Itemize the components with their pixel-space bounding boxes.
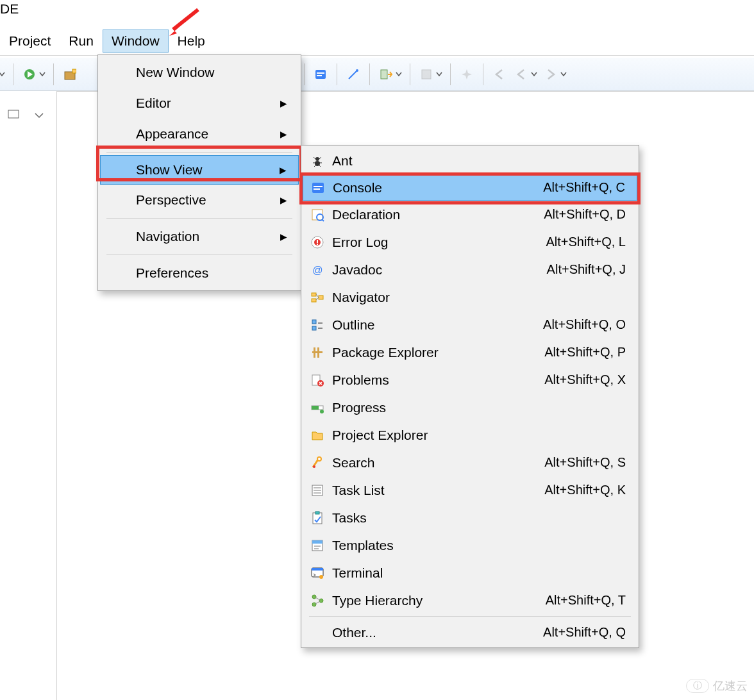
view-menu-chevron-icon[interactable] bbox=[35, 110, 44, 121]
view-palette bbox=[0, 103, 51, 128]
toolbar-dropdown-icon[interactable] bbox=[396, 66, 402, 83]
svg-point-6 bbox=[356, 69, 358, 72]
toolbar-dropdown-icon[interactable] bbox=[436, 66, 442, 83]
show-view-item-progress[interactable]: Progress bbox=[303, 394, 637, 421]
show-view-submenu: AntConsoleAlt+Shift+Q, CDeclarationAlt+S… bbox=[301, 145, 639, 648]
menu-item-shortcut: Alt+Shift+Q, Q bbox=[543, 625, 626, 640]
project-icon bbox=[303, 428, 332, 442]
annotation-arrow bbox=[168, 8, 200, 42]
run-button-icon[interactable] bbox=[21, 66, 38, 83]
svg-rect-41 bbox=[315, 512, 319, 514]
step-icon[interactable] bbox=[378, 66, 394, 83]
menu-window[interactable]: Window bbox=[103, 29, 169, 53]
svg-rect-24 bbox=[319, 296, 323, 299]
watermark: ⓘ 亿速云 bbox=[686, 678, 748, 694]
show-view-item-navigator[interactable]: Navigator bbox=[303, 283, 637, 311]
menu-item-perspective[interactable]: Perspective▸ bbox=[100, 185, 299, 215]
show-view-item-ant[interactable]: Ant bbox=[303, 147, 637, 174]
menu-item-label: Task List bbox=[332, 483, 544, 498]
menu-item-shortcut: Alt+Shift+Q, T bbox=[546, 593, 626, 608]
menu-item-shortcut: Alt+Shift+Q, K bbox=[544, 483, 626, 497]
menu-item-show-view[interactable]: Show View▸ bbox=[100, 155, 299, 185]
svg-rect-3 bbox=[315, 70, 326, 79]
menu-item-editor[interactable]: Editor▸ bbox=[100, 88, 299, 119]
menu-item-appearance[interactable]: Appearance▸ bbox=[100, 119, 299, 149]
menu-item-label: Progress bbox=[332, 400, 626, 415]
menu-item-label: Project Explorer bbox=[332, 428, 626, 443]
menu-item-shortcut: Alt+Shift+Q, P bbox=[544, 345, 626, 360]
show-view-item-javadoc[interactable]: @JavadocAlt+Shift+Q, J bbox=[303, 256, 637, 283]
show-view-item-tasklist[interactable]: Task ListAlt+Shift+Q, K bbox=[303, 476, 637, 504]
toolbar-dropdown-icon[interactable] bbox=[531, 66, 537, 83]
problems-icon bbox=[303, 373, 332, 387]
svg-point-48 bbox=[319, 575, 323, 579]
svg-rect-12 bbox=[312, 183, 324, 193]
svg-rect-47 bbox=[312, 568, 323, 571]
show-view-item-templates[interactable]: Templates bbox=[303, 531, 637, 559]
svg-rect-4 bbox=[317, 72, 324, 74]
svg-rect-20 bbox=[317, 244, 318, 245]
menu-project[interactable]: Project bbox=[0, 29, 60, 53]
submenu-arrow-icon: ▸ bbox=[280, 192, 287, 208]
pin-icon[interactable] bbox=[458, 66, 475, 83]
menu-item-shortcut: Alt+Shift+Q, X bbox=[544, 372, 626, 387]
show-view-item-problems[interactable]: ProblemsAlt+Shift+Q, X bbox=[303, 366, 637, 394]
progress-icon bbox=[303, 401, 332, 415]
show-view-item-outline[interactable]: OutlineAlt+Shift+Q, O bbox=[303, 311, 637, 338]
ant-icon bbox=[303, 154, 332, 168]
menu-item-label: Search bbox=[332, 455, 544, 471]
svg-point-36 bbox=[320, 410, 324, 413]
back-history-icon[interactable] bbox=[513, 66, 530, 83]
toolbar-dropdown-icon[interactable] bbox=[560, 66, 567, 83]
svg-rect-8 bbox=[422, 70, 431, 79]
outline-icon bbox=[303, 318, 332, 332]
svg-point-38 bbox=[313, 465, 315, 468]
show-view-item-package[interactable]: Package ExplorerAlt+Shift+Q, P bbox=[303, 338, 637, 366]
javadoc-icon: @ bbox=[303, 263, 332, 277]
show-view-item-declaration[interactable]: DeclarationAlt+Shift+Q, D bbox=[303, 201, 637, 228]
menu-separator bbox=[106, 218, 292, 219]
show-view-item-search[interactable]: SearchAlt+Shift+Q, S bbox=[303, 449, 637, 476]
build-icon[interactable] bbox=[418, 66, 435, 83]
show-view-item-typehier[interactable]: Type HierarchyAlt+Shift+Q, T bbox=[303, 587, 637, 614]
toolbar-separator bbox=[13, 63, 13, 85]
svg-rect-27 bbox=[318, 322, 323, 324]
menu-item-new-window[interactable]: New Window bbox=[100, 57, 299, 88]
tasklist-icon bbox=[303, 483, 332, 497]
navigator-icon bbox=[303, 290, 332, 304]
menu-run[interactable]: Run bbox=[60, 29, 103, 53]
show-view-item-errorlog[interactable]: Error LogAlt+Shift+Q, L bbox=[303, 228, 637, 256]
forward-icon[interactable] bbox=[542, 66, 559, 83]
show-view-item-project[interactable]: Project Explorer bbox=[303, 421, 637, 449]
menu-item-label: Ant bbox=[332, 153, 626, 169]
menu-item-label: Templates bbox=[332, 538, 626, 553]
toolbar-separator bbox=[369, 63, 370, 85]
toolbar-dropdown-icon[interactable] bbox=[0, 66, 5, 83]
back-icon[interactable] bbox=[491, 66, 508, 83]
window-title-fragment: DE bbox=[0, 0, 19, 21]
console-toolbar-icon[interactable] bbox=[312, 66, 329, 83]
show-view-item-other[interactable]: Other...Alt+Shift+Q, Q bbox=[303, 619, 637, 646]
new-package-icon[interactable] bbox=[62, 66, 78, 83]
toolbar-separator bbox=[337, 63, 337, 85]
menu-item-preferences[interactable]: Preferences bbox=[100, 258, 299, 288]
menu-separator bbox=[309, 616, 631, 617]
show-view-item-tasks[interactable]: Tasks bbox=[303, 504, 637, 531]
menu-item-navigation[interactable]: Navigation▸ bbox=[100, 221, 299, 252]
menu-item-label: Declaration bbox=[332, 207, 544, 222]
show-view-item-terminal[interactable]: Terminal bbox=[303, 559, 637, 587]
svg-rect-43 bbox=[312, 540, 323, 544]
restore-view-icon[interactable] bbox=[8, 110, 19, 121]
run-dropdown-icon[interactable] bbox=[39, 66, 46, 83]
menu-item-shortcut: Alt+Shift+Q, C bbox=[543, 180, 625, 195]
svg-rect-2 bbox=[72, 69, 76, 73]
show-view-item-console[interactable]: ConsoleAlt+Shift+Q, C bbox=[303, 174, 637, 201]
submenu-arrow-icon: ▸ bbox=[280, 162, 287, 178]
menu-item-shortcut: Alt+Shift+Q, S bbox=[544, 455, 626, 470]
svg-rect-26 bbox=[312, 326, 316, 330]
svg-text:@: @ bbox=[312, 265, 323, 276]
typehier-icon bbox=[303, 594, 332, 608]
toolbar-separator bbox=[483, 63, 483, 85]
menu-item-label: Tasks bbox=[332, 510, 626, 526]
wand-icon[interactable] bbox=[345, 66, 362, 83]
